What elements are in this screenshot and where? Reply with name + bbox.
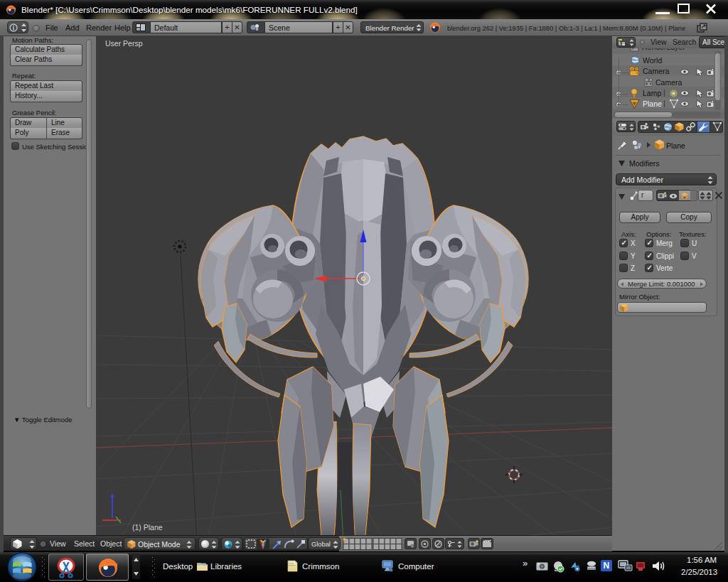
svg-text:User Persp: User Persp (105, 39, 143, 48)
svg-text:(1) Plane: (1) Plane (132, 523, 163, 532)
